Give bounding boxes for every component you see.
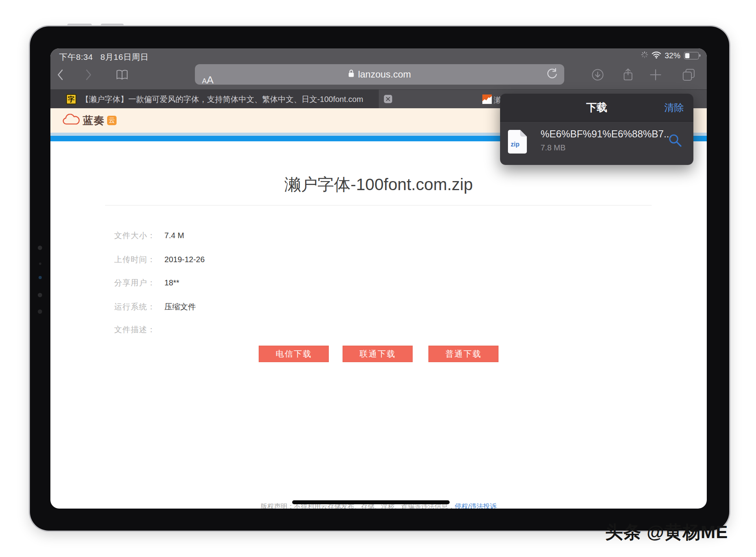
reload-button[interactable] — [546, 68, 558, 82]
tab-title: 【濑户字体】一款偏可爱风的字体，支持简体中文、繁体中文、日文-100font.c… — [81, 94, 363, 105]
tab2-title-partial[interactable]: 濑户字体 — [494, 95, 500, 105]
info-label: 上传时间： — [114, 254, 161, 265]
download-file-name: %E6%BF%91%E6%88%B7... — [541, 128, 672, 140]
downloads-clear-button[interactable]: 清除 — [664, 94, 684, 121]
back-button[interactable] — [54, 69, 67, 81]
battery-percent: 32% — [665, 51, 680, 60]
url-field[interactable]: AA lanzous.com — [195, 64, 564, 85]
download-button-telecom[interactable]: 电信下载 — [259, 346, 329, 362]
bezel-sensor-dot — [38, 293, 42, 297]
info-value: 7.4 M — [165, 231, 184, 240]
info-value: 2019-12-26 — [165, 255, 205, 264]
lock-icon — [348, 69, 354, 80]
logo-badge-yun: 云 — [107, 116, 117, 125]
zip-file-icon: zip — [508, 130, 527, 154]
home-indicator[interactable] — [292, 500, 450, 504]
watermark-brand: 头条 — [605, 522, 641, 542]
tab2-favicon-chart — [482, 94, 492, 104]
title-divider — [105, 205, 652, 205]
file-title: 濑户字体-100font.com.zip — [50, 174, 707, 196]
info-label: 文件描述： — [114, 324, 161, 335]
downloads-popover: 下载 清除 zip %E6%BF%91%E6%88%B7... 7.8 MB — [500, 94, 693, 165]
watermark-handle: @黄杨ME — [647, 522, 728, 542]
info-value: 18** — [165, 278, 180, 287]
cloud-icon — [62, 114, 80, 127]
screenshot-stage: 下午8:34 8月16日周日 — [0, 0, 756, 557]
logo-text: 蓝奏 — [83, 113, 105, 128]
status-icons: 32% — [641, 51, 699, 60]
reader-a-small: A — [202, 78, 207, 85]
info-value: 压缩文件 — [165, 302, 196, 311]
tab-close-button[interactable] — [384, 95, 392, 103]
new-tab-button[interactable] — [649, 69, 662, 81]
download-button-unicom[interactable]: 联通下载 — [343, 346, 413, 362]
url-text: lanzous.com — [358, 69, 411, 80]
bezel-camera-dot — [39, 276, 42, 279]
wifi-icon — [652, 51, 661, 60]
status-time-date: 下午8:34 8月16日周日 — [59, 52, 148, 63]
info-row-description: 文件描述： — [114, 324, 162, 335]
tab-active-font-page[interactable]: 字 【濑户字体】一款偏可爱风的字体，支持简体中文、繁体中文、日文-100font… — [50, 90, 379, 109]
info-row-uploadtime: 上传时间： 2019-12-26 — [114, 254, 205, 265]
footer-report-link[interactable]: 侵权/违法投诉 — [455, 503, 497, 509]
info-row-shareuser: 分享用户： 18** — [114, 278, 179, 288]
tab-favicon-zi: 字 — [66, 94, 76, 104]
download-item-row[interactable]: zip %E6%BF%91%E6%88%B7... 7.8 MB — [500, 122, 693, 165]
magnifier-icon[interactable] — [668, 133, 682, 149]
bezel-sensor-dot — [38, 309, 42, 314]
info-label: 分享用户： — [114, 278, 161, 288]
lanzou-logo[interactable]: 蓝奏 云 — [62, 113, 117, 128]
bookmarks-icon[interactable] — [115, 69, 129, 81]
tabs-overview-button[interactable] — [682, 69, 695, 81]
info-label: 文件大小： — [114, 230, 161, 241]
download-file-size: 7.8 MB — [541, 143, 565, 152]
safari-chrome: 下午8:34 8月16日周日 — [50, 48, 707, 89]
info-row-filesize: 文件大小： 7.4 M — [114, 230, 184, 241]
reader-a-large: A — [207, 76, 213, 85]
toutiao-watermark: 头条 @黄杨ME — [605, 520, 728, 544]
battery-icon — [684, 52, 699, 59]
reader-aa-button[interactable]: AA — [202, 64, 213, 90]
bezel-sensor-dot — [38, 246, 42, 250]
forward-button[interactable] — [82, 69, 95, 81]
bezel-mic-dot — [39, 263, 41, 265]
info-row-system: 运行系统： 压缩文件 — [114, 302, 196, 312]
network-activity-spinner-icon — [641, 51, 648, 60]
info-label: 运行系统： — [114, 302, 161, 312]
status-time: 下午8:34 — [59, 52, 93, 61]
downloads-title: 下载 — [586, 100, 608, 115]
downloads-button[interactable] — [591, 69, 604, 81]
ipad-device-frame: 下午8:34 8月16日周日 — [30, 26, 729, 531]
downloads-popover-header: 下载 清除 — [500, 94, 693, 122]
status-date: 8月16日周日 — [100, 52, 149, 61]
ipad-screen: 下午8:34 8月16日周日 — [50, 48, 707, 509]
zip-type-label: zip — [511, 141, 519, 148]
download-button-normal[interactable]: 普通下载 — [428, 346, 498, 362]
share-icon[interactable] — [621, 69, 635, 81]
